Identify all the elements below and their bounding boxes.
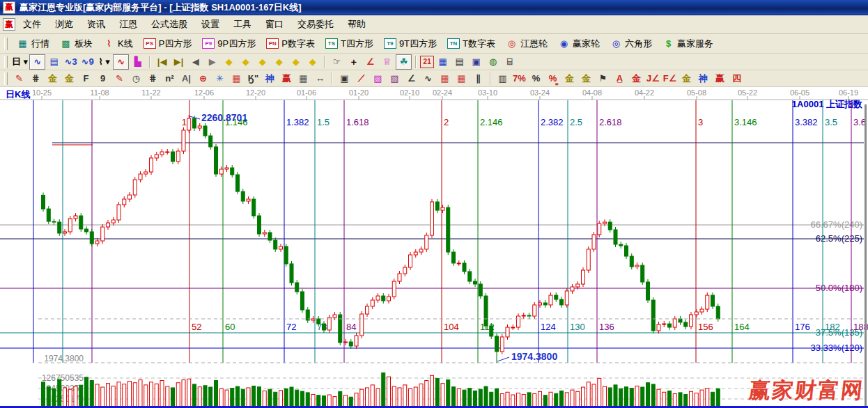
last-page-button[interactable]: ▶| [171,54,187,70]
zoom-in-button[interactable]: ◆ [288,54,304,70]
k-quote-tool[interactable]: Ӄ" [245,71,261,86]
zoom-out-button[interactable]: ◆ [271,54,287,70]
menu-item-8[interactable]: 交易委托 [291,16,340,33]
first-page-button[interactable]: |◀ [154,54,170,70]
bars-pct-tool[interactable]: ▥ [495,71,511,86]
shen-angle-tool[interactable]: 神 [695,71,711,86]
winner-service-button[interactable]: $赢家服务 [658,36,718,52]
zigzag-red-button[interactable]: ∿ [113,54,129,70]
menu-item-5[interactable]: 设置 [195,16,226,33]
si-angle-tool[interactable]: 四 [729,71,745,86]
gold-lines-tool[interactable]: 金 [578,71,594,86]
sectors-button[interactable]: ▩板块 [56,36,97,52]
seven-pct-tool[interactable]: 7% [511,71,527,86]
compass-red-tool[interactable]: ⊕ [195,71,211,86]
box-tool[interactable]: ▣ [336,71,352,86]
t-digit-table-button[interactable]: TNT数字表 [443,36,499,52]
candle-style-dropdown[interactable]: ⌇ ▾ [96,54,112,70]
report-button[interactable]: ▤ [46,54,62,70]
fan-red-tool[interactable]: ⟋ [353,71,369,86]
ying-angle-tool[interactable]: 赢 [712,71,728,86]
red-knife-tool[interactable]: ✎ [111,71,127,86]
t-square-button[interactable]: TST四方形 [321,36,378,52]
p-square-button[interactable]: PSP四方形 [139,36,196,52]
clock-tool[interactable]: ◷ [128,71,144,86]
gold-angle-tool[interactable]: 金 [679,71,695,86]
menu-item-7[interactable]: 窗口 [259,16,290,33]
workstation-button[interactable]: ⌸ [502,54,518,70]
menu-item-4[interactable]: 公式选股 [145,16,194,33]
parallel-tool[interactable]: ∥ [470,71,486,86]
toolbar-grip[interactable] [4,56,8,68]
f-angle-tool[interactable]: F∠ [662,71,678,86]
ying-tool[interactable]: 赢 [279,71,295,86]
comb-tool[interactable]: ⋕ [28,71,44,86]
zoom-left-button[interactable]: ◆ [221,54,237,70]
percent-tool[interactable]: % [528,71,544,86]
shen-tool[interactable]: 神 [262,71,278,86]
crosshair-tool-button[interactable]: ＋ [346,54,362,70]
menu-item-1[interactable]: 浏览 [49,16,79,33]
grid-red-box-tool[interactable]: ▦ [228,71,245,86]
zoom-full-button[interactable]: ◆ [304,54,320,70]
menu-item-3[interactable]: 江恩 [113,16,144,33]
wave3-button[interactable]: ∿3 [63,54,79,70]
angle-lines-tool[interactable]: ∠ [403,71,419,86]
gold-circle-tool[interactable]: 金 [561,71,578,86]
percent-lines-tool[interactable]: %̳ [545,71,561,86]
save-button[interactable]: ▣ [468,54,484,70]
f-ruler-tool[interactable]: F [78,71,94,86]
a-line-tool[interactable]: A| [178,71,194,86]
grid-123-tool[interactable]: ▦ [295,71,311,86]
calendar-button[interactable]: 21 [420,56,434,68]
zoom-h-button[interactable]: ◆ [254,54,270,70]
kline-button[interactable]: ⌇K线 [99,36,137,52]
period-day-dropdown[interactable]: 日 ▾ [11,54,29,70]
kline-chart[interactable]: 日K线1A0001 上证指数10-2511-0811-2212-0612-200… [0,87,868,408]
spiral-9-tool[interactable]: 9 [95,71,111,86]
width-tool[interactable]: ↔ [312,71,328,86]
network-button[interactable]: ◍ [485,54,501,70]
comb2-tool[interactable]: ⋕ [145,71,161,86]
9p-square-button[interactable]: P99P四方形 [198,36,260,52]
hand-tool-button[interactable]: ☞ [329,54,345,70]
menu-item-9[interactable]: 帮助 [341,16,372,33]
calculator-button[interactable]: ▦ [435,54,451,70]
angle-measure-button[interactable]: ∠ [362,54,378,70]
menu-item-0[interactable]: 文件 [17,16,47,33]
star-blue-tool[interactable]: ✳ [212,71,228,86]
zoom-right-button[interactable]: ◆ [238,54,254,70]
cloud-tool-button[interactable]: ☘ [396,54,412,70]
zigzag-blue-button[interactable]: ∿ [29,54,45,70]
toolbar-grip[interactable] [4,72,8,85]
9t-square-button[interactable]: T99T四方形 [380,36,441,52]
volume-profile-button[interactable]: ▙ [130,54,146,70]
toolbar-grip[interactable] [4,38,8,50]
a-red-tool[interactable]: A̲ [612,71,628,86]
j-angle-tool[interactable]: J∠ [645,71,661,86]
crown-tool-button[interactable]: ♕ [379,54,395,70]
grid-a-tool[interactable]: ▦ [437,71,453,86]
gold-ruler-2[interactable]: 金 [61,71,77,86]
menu-item-2[interactable]: 资讯 [81,16,111,33]
knife-tool[interactable]: ✎ [11,71,27,86]
winner-wheel-button[interactable]: ◉赢家轮 [554,36,604,52]
p-digit-table-button[interactable]: PNP数字表 [262,36,319,52]
notes-button[interactable]: ▤ [451,54,467,70]
menu-item-6[interactable]: 工具 [227,16,258,33]
quotes-button[interactable]: ▦行情 [13,36,54,52]
flag-tool[interactable]: ⚑ [595,71,611,86]
next-page-button[interactable]: ▶ [204,54,220,70]
wave9-button[interactable]: ∿9 [79,54,95,70]
rect-lines-tool[interactable]: ▧ [387,71,403,86]
chart-area[interactable]: 日K线1A0001 上证指数10-2511-0811-2212-0612-200… [0,87,868,408]
gold-ruler-1[interactable]: 金 [45,71,61,86]
prev-page-button[interactable]: ◀ [187,54,203,70]
n2-tool[interactable]: n² [162,71,178,86]
wave-v-tool[interactable]: ∿ [420,71,436,86]
grid-b-tool[interactable]: ▦ [454,71,470,86]
hexagon-button[interactable]: ◎六角形 [606,36,656,52]
gold-box-tool[interactable]: 金 [628,71,644,86]
gann-wheel-button[interactable]: ◎江恩轮 [502,36,552,52]
fan-magenta-tool[interactable]: ▨ [370,71,386,86]
